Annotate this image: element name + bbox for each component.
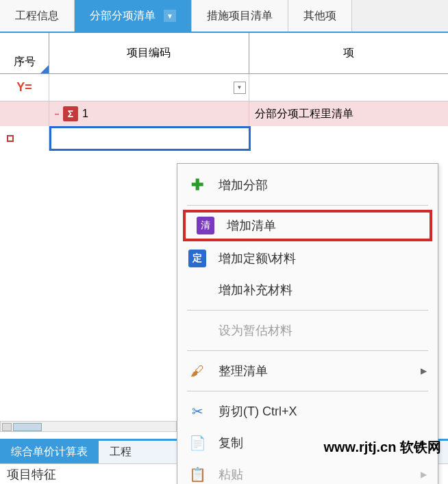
copy-icon: 📄 [188,434,206,452]
context-menu: ✚ 增加分部 清 增加清单 定 增加定额\材料 增加补充材料 设为暂估材料 🖌 … [177,163,438,484]
menu-organize-list[interactable]: 🖌 整理清单 ▶ [177,355,438,387]
menu-separator [187,205,428,206]
tree-dots-icon: ┅ [55,110,59,118]
filter-code-cell[interactable]: ▼ [49,74,249,101]
row-seq-cell [0,101,49,126]
filter-name-cell[interactable] [249,74,449,101]
submenu-arrow-icon: ▶ [421,470,427,479]
filter-icon[interactable]: Y= [16,80,32,95]
bottom-tab-price-sheet[interactable]: 综合单价计算表 [0,441,99,463]
column-corner-icon [40,65,49,73]
menu-add-list[interactable]: 清 增加清单 [183,210,432,241]
watermark: www.rjtj.cn 软铁网 [324,438,442,457]
filter-seq-cell: Y= [0,74,49,101]
brush-icon: 🖌 [188,362,206,380]
filter-dropdown-icon[interactable]: ▼ [234,82,246,94]
selected-code-input[interactable] [49,126,251,151]
menu-separator [187,350,428,351]
menu-set-provisional[interactable]: 设为暂估材料 [177,315,438,346]
row-number: 1 [82,108,88,120]
table-header: 序号 项目编码 项 [0,33,448,74]
paste-icon: 📋 [188,465,206,483]
scissors-icon: ✂ [188,402,206,420]
quota-icon: 定 [188,250,206,267]
tab-engineering-info[interactable]: 工程信息 [0,0,75,32]
horizontal-scrollbar[interactable] [0,421,177,432]
table-row-selected [0,126,448,151]
column-seq[interactable]: 序号 [0,33,49,73]
main-tabs: 工程信息 分部分项清单 ▼ 措施项目清单 其他项 [0,0,448,33]
table-row: ┅ Σ 1 分部分项工程里清单 [0,101,448,126]
row-name-cell[interactable]: 分部分项工程里清单 [249,101,449,126]
submenu-arrow-icon: ▶ [421,366,427,376]
filter-row: Y= ▼ [0,74,448,101]
tab-section-list[interactable]: 分部分项清单 ▼ [75,0,192,32]
row-seq-cell [0,126,49,151]
menu-cut[interactable]: ✂ 剪切(T) Ctrl+X [177,396,438,427]
list-icon: 清 [197,217,214,234]
row-marker-icon [7,135,14,142]
dropdown-arrow-icon[interactable]: ▼ [164,10,176,22]
row-name-cell[interactable] [251,126,448,151]
tab-other-items[interactable]: 其他项 [288,0,352,32]
menu-add-supplement[interactable]: 增加补充材料 [177,274,438,306]
menu-add-section[interactable]: ✚ 增加分部 [177,169,438,201]
menu-separator [187,310,428,311]
row-code-cell[interactable]: ┅ Σ 1 [49,101,249,126]
bottom-tab-engineering[interactable]: 工程 [99,441,142,463]
column-code[interactable]: 项目编码 [49,33,249,73]
menu-separator [187,391,428,391]
menu-add-quota[interactable]: 定 增加定额\材料 [177,243,438,274]
plus-icon: ✚ [188,176,206,194]
menu-paste[interactable]: 📋 粘贴 ▶ [177,459,438,484]
sigma-icon: Σ [63,106,78,121]
column-name[interactable]: 项 [249,33,449,73]
tab-measure-list[interactable]: 措施项目清单 [192,0,288,32]
